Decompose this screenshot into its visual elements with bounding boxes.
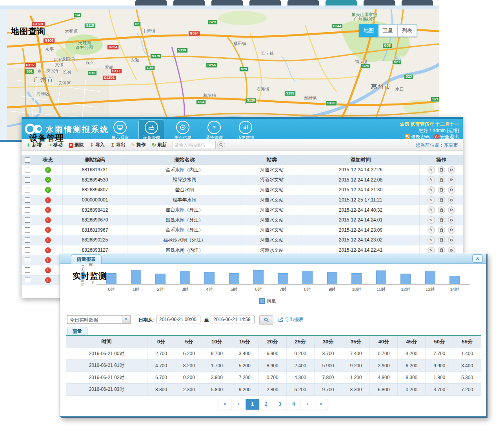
- page-2[interactable]: 2: [260, 399, 273, 410]
- select-all-checkbox[interactable]: [25, 157, 30, 163]
- edit-icon[interactable]: ✎: [428, 176, 435, 183]
- value-cell: 0.700: [259, 372, 287, 384]
- row-checkbox[interactable]: [25, 177, 30, 183]
- date-to-field[interactable]: [211, 316, 255, 323]
- map-place-label: 天河区: [58, 80, 71, 86]
- operation-cell: ✎⚙: [420, 185, 463, 195]
- value-cell: 0.700: [370, 348, 398, 360]
- toolbar-button-操作[interactable]: ✎操作: [131, 142, 146, 148]
- edit-icon[interactable]: ✎: [428, 206, 435, 214]
- logout-link[interactable]: 安全退出: [434, 134, 459, 140]
- toolbar-button-删除[interactable]: ×删除: [69, 142, 84, 148]
- page-prev[interactable]: ‹: [232, 399, 246, 410]
- row-checkbox-cell: [22, 215, 33, 225]
- trash-icon[interactable]: [438, 166, 445, 174]
- row-checkbox[interactable]: [25, 227, 30, 233]
- value-cell: 8.200: [175, 360, 203, 372]
- search-icon[interactable]: [217, 141, 225, 149]
- export-report-link[interactable]: 导出报表: [278, 316, 304, 323]
- gear-icon[interactable]: ⚙: [448, 236, 455, 244]
- page-4[interactable]: 4: [287, 399, 301, 410]
- close-icon[interactable]: X: [472, 254, 483, 263]
- status-alarm-icon: !: [45, 237, 51, 243]
- tab-rain[interactable]: 雨量: [67, 327, 87, 336]
- column-header: 站类: [242, 155, 302, 165]
- query-button[interactable]: [259, 315, 273, 325]
- data-mode-select[interactable]: 今日实时数据 ▼: [67, 315, 131, 324]
- toolbar-button-刷新[interactable]: ↻刷新: [152, 142, 167, 148]
- lunar-date: 农历 贰零壹伍年 十二月十一: [400, 121, 459, 127]
- value-cell: 8.300: [398, 372, 426, 384]
- nav-item-系统管理[interactable]: ?系统管理: [201, 120, 227, 142]
- chevron-down-icon[interactable]: ▼: [122, 316, 130, 323]
- x-tick-label: 13时: [426, 287, 435, 292]
- trash-icon[interactable]: [438, 176, 445, 183]
- x-tick-label: 7时: [280, 287, 286, 292]
- nav-item-设备管理[interactable]: 设备管理: [138, 120, 164, 142]
- edit-icon[interactable]: ✎: [428, 216, 435, 224]
- trash-icon[interactable]: [438, 196, 445, 204]
- change-password-link[interactable]: 修改密码: [405, 134, 430, 140]
- nav-item-历史数据[interactable]: 历史数据: [233, 120, 258, 142]
- row-checkbox[interactable]: [25, 267, 30, 273]
- added-time-cell: 2015-12-25 17:11:21: [302, 195, 420, 205]
- operation-cell: ✎⚙: [420, 215, 463, 225]
- row-checkbox[interactable]: [25, 247, 30, 253]
- row-checkbox[interactable]: [25, 197, 30, 203]
- trash-icon[interactable]: [438, 226, 445, 234]
- dialog-tab-rain-report[interactable]: 雨量报表: [71, 254, 102, 264]
- chart-bar: [180, 271, 190, 284]
- status-alarm-icon: !: [45, 277, 51, 283]
- road-badge: S21: [431, 97, 439, 102]
- gear-icon[interactable]: ⚙: [448, 176, 455, 183]
- nav-item-测点信息[interactable]: 测点信息: [170, 120, 196, 142]
- trash-icon[interactable]: [438, 216, 445, 224]
- toolbar-button-导入[interactable]: ↧导入: [90, 142, 105, 148]
- gear-icon[interactable]: ⚙: [448, 186, 455, 194]
- value-cell: 3.400: [453, 360, 481, 372]
- row-checkbox[interactable]: [25, 278, 30, 283]
- edit-icon[interactable]: ✎: [428, 196, 435, 204]
- gear-icon[interactable]: ⚙: [448, 166, 455, 174]
- gear-icon[interactable]: ⚙: [448, 206, 455, 214]
- operation-buttons: ✎⚙: [428, 166, 455, 174]
- row-checkbox[interactable]: [25, 237, 30, 243]
- refresh-icon: ↻: [152, 142, 156, 148]
- row-checkbox[interactable]: [25, 207, 30, 213]
- value-cell: 5.800: [203, 384, 231, 396]
- operation-cell: ✎⚙: [420, 205, 463, 215]
- map-place-label: 广州市: [34, 76, 54, 83]
- annotation-realtime: 实时监测: [73, 270, 107, 281]
- page-next[interactable]: ›: [301, 399, 315, 410]
- row-checkbox[interactable]: [25, 217, 30, 223]
- road-badge: S81: [25, 69, 34, 74]
- toolbar-button-label: 删除: [75, 142, 84, 148]
- gear-icon[interactable]: ⚙: [448, 216, 455, 224]
- page-first[interactable]: «: [218, 399, 232, 410]
- row-checkbox[interactable]: [25, 167, 30, 172]
- view-button-地图[interactable]: 地图: [359, 24, 378, 37]
- station-search-input[interactable]: [173, 141, 216, 149]
- x-tick-label: 1时: [133, 287, 139, 292]
- page-3[interactable]: 3: [273, 399, 287, 410]
- row-checkbox[interactable]: [25, 187, 30, 192]
- view-button-列表[interactable]: 列表: [398, 24, 417, 37]
- edit-icon[interactable]: ✎: [428, 236, 435, 244]
- row-checkbox[interactable]: [25, 258, 30, 263]
- trash-icon[interactable]: [438, 206, 445, 214]
- edit-icon[interactable]: ✎: [428, 226, 435, 234]
- page-1[interactable]: 1: [246, 399, 260, 410]
- station-name-cell: 鳌台水闸（外江）: [127, 205, 242, 215]
- page-last[interactable]: »: [315, 399, 328, 410]
- trash-icon[interactable]: [438, 236, 445, 244]
- date-from-field[interactable]: [156, 316, 200, 323]
- view-button-卫星[interactable]: 卫星: [378, 24, 398, 37]
- gear-icon[interactable]: ⚙: [448, 196, 455, 204]
- nav-item-展示系统[interactable]: 展示系统: [107, 120, 133, 142]
- edit-icon[interactable]: ✎: [428, 166, 435, 174]
- edit-icon[interactable]: ✎: [428, 186, 435, 194]
- date-to-separator: 至: [204, 317, 209, 323]
- trash-icon[interactable]: [438, 186, 445, 194]
- gear-icon[interactable]: ⚙: [448, 226, 455, 234]
- toolbar-button-导出[interactable]: ↥导出: [111, 142, 126, 148]
